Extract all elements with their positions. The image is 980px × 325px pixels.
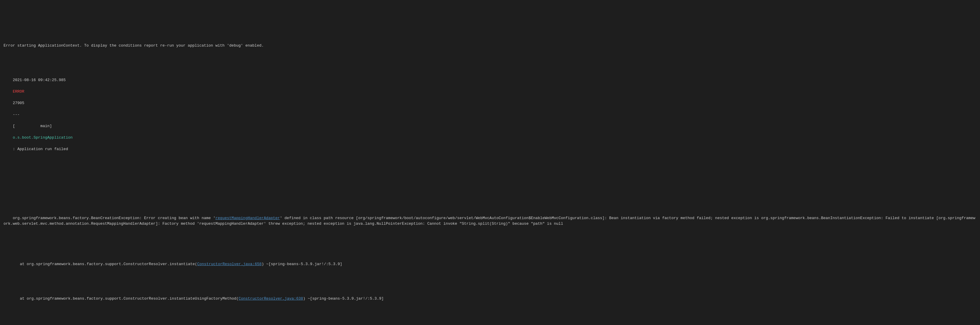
log-level: ERROR	[13, 89, 24, 94]
stack-link-1[interactable]: ConstructorResolver.java:658	[197, 262, 261, 266]
exception-line: org.springframework.beans.factory.BeanCr…	[3, 209, 977, 232]
bean-name-link[interactable]: requestMappingHandlerAdapter	[215, 216, 280, 220]
log-logger: o.s.boot.SpringApplication	[13, 135, 73, 140]
log-pid: 27905	[13, 101, 24, 105]
blank-line	[3, 181, 977, 187]
error-header-line: Error starting ApplicationContext. To di…	[3, 43, 977, 49]
log-message: : Application run failed	[13, 147, 68, 151]
log-thread: [ main]	[13, 124, 52, 128]
stack-line-1: at org.springframework.beans.factory.sup…	[3, 255, 977, 273]
log-entry-line: 2021-08-16 09:42:25.985 ERROR 27905 --- …	[3, 71, 977, 158]
console-output: Error starting ApplicationContext. To di…	[3, 25, 977, 325]
stack-line-2: at org.springframework.beans.factory.sup…	[3, 290, 977, 307]
stack-link-2[interactable]: ConstructorResolver.java:638	[239, 296, 303, 301]
log-timestamp: 2021-08-16 09:42:25.985	[13, 78, 65, 82]
